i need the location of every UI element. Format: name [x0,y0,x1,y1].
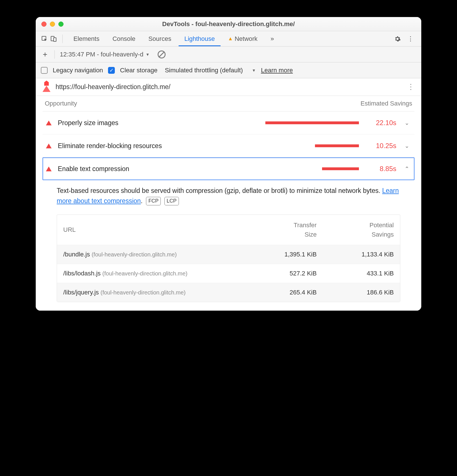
inspect-icon[interactable] [41,35,48,43]
tab-network[interactable]: ▲ Network [222,31,263,46]
chevron-up-icon: ⌃ [403,165,411,172]
tab-lighthouse[interactable]: Lighthouse [179,31,221,46]
table-row: /libs/jquery.js(foul-heavenly-direction.… [57,283,400,302]
opportunity-description: Text-based resources should be served wi… [43,180,414,209]
table-header: URL TransferSize PotentialSavings [57,215,400,245]
devtools-window: DevTools - foul-heavenly-direction.glitc… [36,17,421,311]
clear-all-button[interactable] [158,50,166,58]
savings-bar [322,167,359,170]
resource-host: (foul-heavenly-direction.glitch.me) [102,270,187,277]
report-dropdown[interactable]: 12:35:47 PM - foul-heavenly-d ▼ [60,51,150,58]
savings-bar [315,144,359,147]
resource-path[interactable]: /bundle.js [63,251,90,258]
window-title: DevTools - foul-heavenly-direction.glitc… [41,20,416,28]
legacy-nav-label: Legacy navigation [53,67,103,74]
opportunity-label: Eliminate render-blocking resources [58,142,162,150]
chevron-down-icon: ⌄ [403,142,411,149]
fcp-chip: FCP [146,197,161,205]
warning-icon: ▲ [228,36,233,42]
savings-value: 10.25s [368,142,396,150]
transfer-size: 1,395.1 KiB [240,251,317,258]
opportunity-row[interactable]: Eliminate render-blocking resources 10.2… [43,134,414,157]
potential-savings: 433.1 KiB [317,270,394,277]
opportunities-header: Opportunity Estimated Savings [43,96,414,111]
transfer-size: 527.2 KiB [240,270,317,277]
resource-path[interactable]: /libs/jquery.js [63,289,99,296]
savings-bar [265,121,359,124]
device-toolbar-icon[interactable] [50,35,57,43]
tabs-overflow[interactable]: » [265,31,280,46]
lighthouse-toolbar: + 12:35:47 PM - foul-heavenly-d ▼ [36,47,421,62]
col-savings: Estimated Savings [361,100,412,107]
learn-more-link[interactable]: Learn more [261,67,293,74]
transfer-size: 265.4 KiB [240,289,317,296]
new-report-button[interactable]: + [41,50,49,59]
potential-savings: 186.6 KiB [317,289,394,296]
report-menu-icon[interactable]: ⋮ [407,86,414,88]
resource-path[interactable]: /libs/lodash.js [63,270,101,277]
svg-rect-2 [54,38,56,41]
lighthouse-icon [43,82,50,92]
tab-network-label: Network [235,35,258,43]
opportunities-section: Opportunity Estimated Savings Properly s… [36,96,421,311]
opportunity-label: Enable text compression [58,165,149,173]
fail-triangle-icon [46,167,52,171]
legacy-nav-checkbox[interactable] [41,67,48,74]
th-url: URL [63,226,240,233]
clear-storage-label: Clear storage [120,67,157,74]
zoom-window-button[interactable] [58,22,64,27]
more-icon[interactable]: ⋮ [405,35,416,43]
desc-text: Text-based resources should be served wi… [57,187,382,194]
dropdown-arrow-icon: ▼ [146,52,150,57]
opportunity-label: Properly size images [58,119,149,127]
resource-host: (foul-heavenly-direction.glitch.me) [101,289,186,296]
report-urlbar: https://foul-heavenly-direction.glitch.m… [36,78,421,96]
tab-console[interactable]: Console [107,31,141,46]
clear-storage-checkbox[interactable]: ✓ [108,67,115,74]
report-url: https://foul-heavenly-direction.glitch.m… [56,83,170,91]
col-opportunity: Opportunity [45,100,77,107]
throttling-arrow-icon[interactable]: ▼ [252,68,256,73]
chevron-down-icon: ⌄ [403,119,411,126]
tab-sources[interactable]: Sources [143,31,177,46]
savings-value: 8.85s [368,165,396,173]
resource-host: (foul-heavenly-direction.glitch.me) [92,251,177,258]
lighthouse-options: Legacy navigation ✓ Clear storage Simula… [36,62,421,78]
resources-table: URL TransferSize PotentialSavings /bundl… [57,214,400,302]
opportunity-row[interactable]: Properly size images 22.10s ⌄ [43,111,414,134]
titlebar: DevTools - foul-heavenly-direction.glitc… [36,17,421,31]
th-potential-savings: PotentialSavings [317,220,394,239]
throttling-label: Simulated throttling (default) [165,67,243,74]
settings-gear-icon[interactable] [392,35,403,42]
fail-triangle-icon [46,121,52,125]
traffic-lights [41,22,64,27]
th-transfer-size: TransferSize [240,220,317,239]
table-row: /libs/lodash.js(foul-heavenly-direction.… [57,264,400,283]
fail-triangle-icon [46,144,52,148]
tab-elements[interactable]: Elements [68,31,105,46]
close-window-button[interactable] [41,22,46,27]
lcp-chip: LCP [164,197,179,205]
opportunity-row[interactable]: Enable text compression 8.85s ⌃ [43,157,414,180]
potential-savings: 1,133.4 KiB [317,251,394,258]
savings-value: 22.10s [368,119,396,127]
minimize-window-button[interactable] [50,22,55,27]
table-row: /bundle.js(foul-heavenly-direction.glitc… [57,245,400,264]
panel-tabs: Elements Console Sources Lighthouse ▲ Ne… [36,31,421,47]
report-timestamp: 12:35:47 PM - foul-heavenly-d [60,51,143,58]
